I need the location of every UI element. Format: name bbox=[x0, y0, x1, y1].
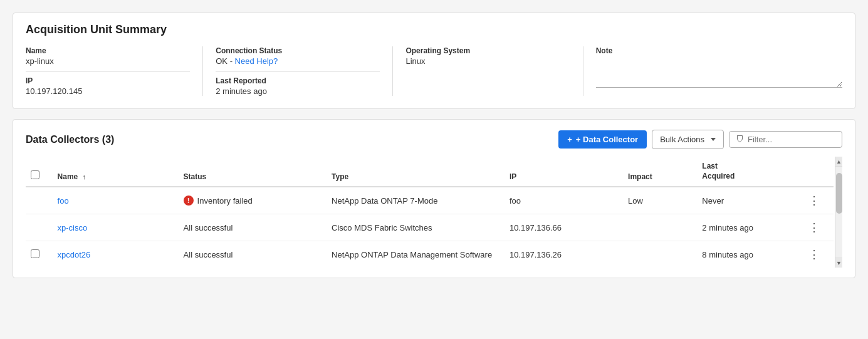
sort-arrow-icon: ↑ bbox=[83, 173, 86, 180]
row-name-link[interactable]: xp-cisco bbox=[58, 223, 88, 232]
table-body: foo!Inventory failedNetApp Data ONTAP 7-… bbox=[26, 187, 834, 268]
table-row: xpcdot26All successfulNetApp ONTAP Data … bbox=[26, 241, 834, 268]
summary-col-note: Note bbox=[596, 46, 842, 96]
col-header-last-acquired[interactable]: LastAcquired bbox=[697, 157, 801, 187]
data-collectors-table: Name ↑ Status Type IP bbox=[26, 157, 834, 268]
connection-status-label: Connection Status bbox=[216, 46, 380, 55]
row-type-cell: NetApp ONTAP Data Management Software bbox=[327, 241, 505, 268]
chevron-down-icon bbox=[711, 138, 716, 141]
col-header-check bbox=[26, 157, 53, 187]
row-name-link[interactable]: foo bbox=[58, 196, 69, 206]
dc-header: Data Collectors (3) + + Data Collector B… bbox=[26, 130, 842, 149]
add-data-collector-button[interactable]: + + Data Collector bbox=[558, 130, 647, 149]
col-header-name[interactable]: Name ↑ bbox=[53, 157, 179, 187]
table-row: foo!Inventory failedNetApp Data ONTAP 7-… bbox=[26, 187, 834, 214]
row-impact-cell: Low bbox=[623, 187, 697, 214]
status-ok-text: OK bbox=[216, 56, 227, 66]
row-ip-cell: 10.197.136.66 bbox=[505, 214, 623, 241]
row-name-cell: xp-cisco bbox=[53, 214, 179, 241]
filter-input[interactable] bbox=[748, 135, 835, 144]
scrollbar-thumb[interactable] bbox=[836, 173, 842, 214]
row-kebab-menu-button[interactable]: ⋮ bbox=[806, 221, 822, 234]
status-text: All successful bbox=[179, 214, 327, 241]
status-text: All successful bbox=[179, 241, 327, 268]
connection-status-value: OK - Need Help? bbox=[216, 56, 380, 71]
row-name-cell: xpcdot26 bbox=[53, 241, 179, 268]
col-status-label: Status bbox=[184, 172, 207, 181]
filter-input-wrap: ⛉ bbox=[729, 131, 842, 148]
name-value: xp-linux bbox=[26, 56, 190, 71]
row-ip-cell: foo bbox=[505, 187, 623, 214]
table-row: xp-ciscoAll successfulCisco MDS Fabric S… bbox=[26, 214, 834, 241]
summary-fields: Name xp-linux IP 10.197.120.145 Connecti… bbox=[26, 46, 842, 96]
row-menu-cell: ⋮ bbox=[801, 214, 834, 241]
row-type-cell: Cisco MDS Fabric Switches bbox=[327, 214, 505, 241]
status-separator: - bbox=[230, 56, 235, 66]
table-header: Name ↑ Status Type IP bbox=[26, 157, 834, 187]
data-collectors-card: Data Collectors (3) + + Data Collector B… bbox=[13, 119, 855, 278]
table-container: Name ↑ Status Type IP bbox=[26, 157, 842, 268]
row-type-cell: NetApp Data ONTAP 7-Mode bbox=[327, 187, 505, 214]
plus-icon: + bbox=[567, 135, 572, 144]
filter-icon: ⛉ bbox=[736, 135, 744, 144]
row-kebab-menu-button[interactable]: ⋮ bbox=[806, 248, 822, 261]
row-checkbox[interactable] bbox=[31, 249, 39, 258]
last-reported-label: Last Reported bbox=[216, 76, 380, 85]
row-status-cell: !Inventory failed bbox=[179, 187, 327, 214]
col-lastacq-label: LastAcquired bbox=[702, 162, 735, 180]
error-icon: ! bbox=[184, 196, 194, 206]
summary-col-os: Operating System Linux bbox=[405, 46, 583, 96]
row-last-acquired-cell: Never bbox=[697, 187, 801, 214]
col-header-status[interactable]: Status bbox=[179, 157, 327, 187]
last-reported-value: 2 minutes ago bbox=[216, 86, 380, 96]
row-impact-cell bbox=[623, 214, 697, 241]
row-last-acquired-cell: 8 minutes ago bbox=[697, 241, 801, 268]
row-menu-cell: ⋮ bbox=[801, 187, 834, 214]
row-impact-cell bbox=[623, 241, 697, 268]
summary-title: Acquisition Unit Summary bbox=[26, 23, 842, 36]
col-ip-label: IP bbox=[510, 172, 516, 181]
summary-card: Acquisition Unit Summary Name xp-linux I… bbox=[13, 13, 855, 109]
col-name-label: Name bbox=[58, 172, 78, 181]
row-checkbox-cell bbox=[26, 187, 53, 214]
col-header-impact[interactable]: Impact bbox=[623, 157, 697, 187]
bulk-actions-button[interactable]: Bulk Actions bbox=[652, 130, 724, 149]
ip-label: IP bbox=[26, 76, 190, 85]
row-name-link[interactable]: xpcdot26 bbox=[58, 250, 91, 259]
status-text: Inventory failed bbox=[197, 196, 253, 206]
dc-title: Data Collectors (3) bbox=[26, 134, 114, 145]
row-checkbox-cell bbox=[26, 241, 53, 268]
row-kebab-menu-button[interactable]: ⋮ bbox=[806, 194, 822, 207]
name-label: Name bbox=[26, 46, 190, 55]
summary-col-status: Connection Status OK - Need Help? Last R… bbox=[216, 46, 393, 96]
scroll-up-arrow[interactable]: ▲ bbox=[835, 157, 842, 167]
row-name-cell: foo bbox=[53, 187, 179, 214]
dc-table-wrap: Name ↑ Status Type IP bbox=[26, 157, 842, 268]
note-label: Note bbox=[596, 46, 842, 55]
select-all-checkbox[interactable] bbox=[31, 170, 39, 179]
bulk-actions-label: Bulk Actions bbox=[660, 135, 704, 144]
table-header-row: Name ↑ Status Type IP bbox=[26, 157, 834, 187]
status-error-wrap: !Inventory failed bbox=[184, 196, 321, 206]
row-checkbox-cell bbox=[26, 214, 53, 241]
col-header-menu bbox=[801, 157, 834, 187]
col-impact-label: Impact bbox=[628, 172, 652, 181]
col-type-label: Type bbox=[332, 172, 348, 181]
row-last-acquired-cell: 2 minutes ago bbox=[697, 214, 801, 241]
row-ip-cell: 10.197.136.26 bbox=[505, 241, 623, 268]
col-header-ip[interactable]: IP bbox=[505, 157, 623, 187]
page-wrapper: Acquisition Unit Summary Name xp-linux I… bbox=[0, 0, 868, 339]
add-dc-label: + Data Collector bbox=[576, 135, 638, 144]
ip-value: 10.197.120.145 bbox=[26, 86, 190, 96]
scrollbar-track bbox=[835, 167, 842, 258]
os-value: Linux bbox=[405, 56, 570, 66]
scroll-down-arrow[interactable]: ▼ bbox=[835, 258, 842, 268]
dc-actions: + + Data Collector Bulk Actions ⛉ bbox=[558, 130, 842, 149]
col-header-type[interactable]: Type bbox=[327, 157, 505, 187]
need-help-link[interactable]: Need Help? bbox=[235, 56, 278, 66]
row-menu-cell: ⋮ bbox=[801, 241, 834, 268]
summary-col-name-ip: Name xp-linux IP 10.197.120.145 bbox=[26, 46, 203, 96]
note-textarea[interactable] bbox=[596, 56, 842, 88]
os-label: Operating System bbox=[405, 46, 570, 55]
